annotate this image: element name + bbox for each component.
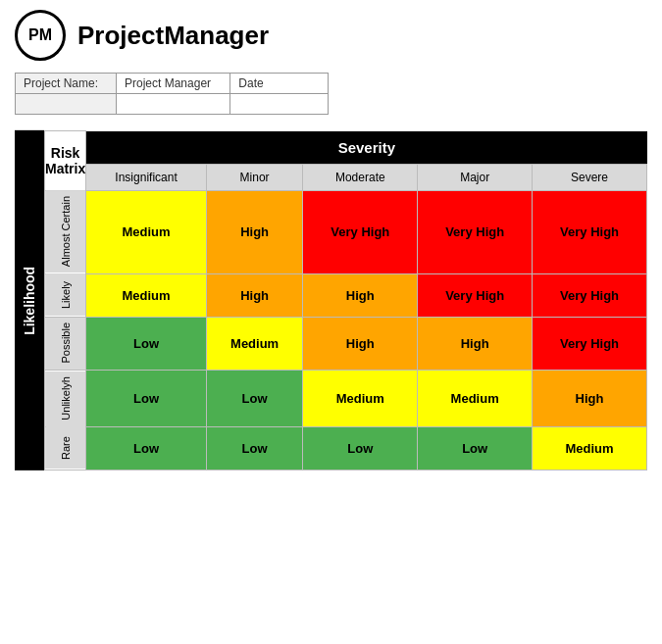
col-header-major: Major bbox=[418, 164, 533, 190]
severity-header: Severity bbox=[86, 131, 647, 165]
col-headers-row: Insignificant Minor Moderate Major Sever… bbox=[45, 164, 647, 190]
cell-2-0: Low bbox=[86, 317, 207, 371]
cell-1-1: High bbox=[206, 273, 302, 317]
cell-1-2: High bbox=[303, 273, 418, 317]
row-header-possible: Possible bbox=[45, 317, 86, 371]
cell-3-2: Medium bbox=[303, 371, 418, 427]
cell-2-3: High bbox=[418, 317, 533, 371]
project-name-label: Project Name: bbox=[16, 74, 117, 94]
matrix-area: Risk Matrix Severity Insignificant Minor… bbox=[44, 130, 647, 471]
cell-1-0: Medium bbox=[86, 273, 207, 317]
matrix-table: Risk Matrix Severity Insignificant Minor… bbox=[44, 130, 647, 471]
row-header-unlikely: Unlikelyh bbox=[45, 371, 86, 427]
cell-2-1: Medium bbox=[206, 317, 302, 371]
table-row: Possible Low Medium High High Very High bbox=[45, 317, 647, 371]
cell-3-3: Medium bbox=[418, 371, 533, 427]
table-row: Likely Medium High High Very High Very H… bbox=[45, 273, 647, 317]
col-header-moderate: Moderate bbox=[303, 164, 418, 190]
cell-3-1: Low bbox=[206, 371, 302, 427]
date-label: Date bbox=[230, 74, 329, 94]
cell-1-3: Very High bbox=[418, 273, 533, 317]
cell-0-3: Very High bbox=[418, 190, 533, 273]
app-title: ProjectManager bbox=[77, 21, 269, 51]
cell-4-0: Low bbox=[86, 426, 207, 470]
row-header-almost-certain: Almost Certain bbox=[45, 190, 86, 273]
cell-1-4: Very High bbox=[533, 273, 647, 317]
cell-2-2: High bbox=[303, 317, 418, 371]
col-header-severe: Severe bbox=[533, 164, 647, 190]
cell-4-1: Low bbox=[206, 426, 302, 470]
logo-icon: PM bbox=[15, 10, 66, 61]
col-header-insignificant: Insignificant bbox=[86, 164, 207, 190]
cell-0-2: Very High bbox=[303, 190, 418, 273]
cell-4-2: Low bbox=[303, 426, 418, 470]
cell-0-1: High bbox=[206, 190, 302, 273]
app-header: PM ProjectManager bbox=[15, 10, 647, 61]
table-row: Almost Certain Medium High Very High Ver… bbox=[45, 190, 647, 273]
project-name-value[interactable] bbox=[16, 94, 117, 115]
cell-4-3: Low bbox=[418, 426, 533, 470]
cell-2-4: Very High bbox=[533, 317, 647, 371]
cell-3-4: High bbox=[533, 371, 647, 427]
likelihood-label: Likelihood bbox=[15, 130, 44, 471]
cell-0-4: Very High bbox=[533, 190, 647, 273]
cell-4-4: Medium bbox=[533, 426, 647, 470]
table-row: Rare Low Low Low Low Medium bbox=[45, 426, 647, 470]
table-row: Unlikelyh Low Low Medium Medium High bbox=[45, 371, 647, 427]
cell-0-0: Medium bbox=[86, 190, 207, 273]
project-manager-value[interactable] bbox=[117, 94, 230, 115]
row-header-rare: Rare bbox=[45, 426, 86, 470]
date-value[interactable] bbox=[230, 94, 329, 115]
risk-matrix-wrapper: Likelihood Risk Matrix Severity Insignif… bbox=[15, 130, 647, 471]
project-info-table: Project Name: Project Manager Date bbox=[15, 73, 329, 115]
risk-matrix-label: Risk Matrix bbox=[45, 131, 86, 191]
cell-3-0: Low bbox=[86, 371, 207, 427]
col-header-minor: Minor bbox=[206, 164, 302, 190]
project-manager-label: Project Manager bbox=[117, 74, 230, 94]
row-header-likely: Likely bbox=[45, 273, 86, 317]
severity-header-row: Risk Matrix Severity bbox=[45, 131, 647, 165]
